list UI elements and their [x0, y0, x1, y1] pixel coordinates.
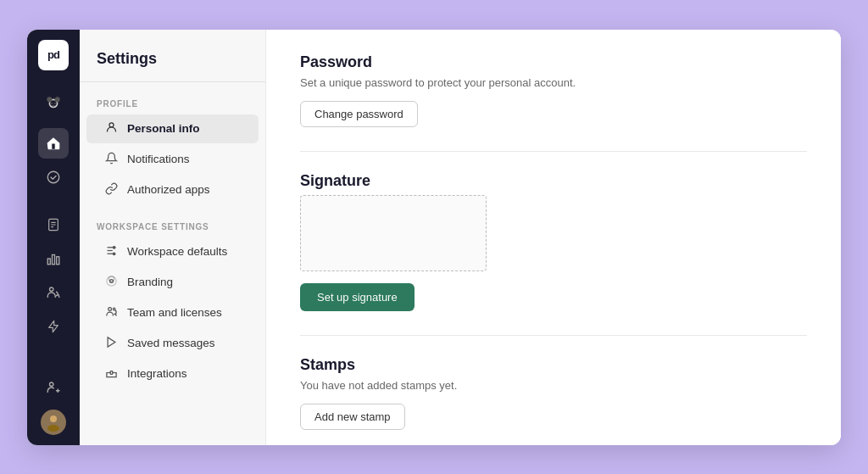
stamps-title: Stamps: [300, 356, 807, 374]
svg-rect-7: [47, 259, 50, 265]
signature-section: Signature Set up signature: [300, 172, 807, 311]
lightning-nav-icon[interactable]: [38, 311, 69, 342]
main-content: Password Set a unique password to protec…: [266, 30, 841, 445]
sidebar-item-notifications[interactable]: Notifications: [86, 145, 259, 174]
svg-point-22: [108, 307, 111, 310]
svg-point-18: [113, 246, 115, 248]
sidebar: Settings PROFILE Personal info Notificat…: [80, 30, 266, 445]
users-nav-icon[interactable]: [38, 277, 69, 308]
setup-signature-button[interactable]: Set up signature: [300, 283, 415, 311]
stamps-section: Stamps You have not added stamps yet. Ad…: [300, 356, 807, 430]
svg-point-2: [55, 98, 59, 102]
svg-marker-24: [108, 337, 115, 346]
profile-section-label: PROFILE: [80, 92, 265, 114]
authorized-apps-icon: [103, 182, 119, 198]
svg-point-11: [50, 382, 54, 387]
app-logo[interactable]: pd: [38, 40, 69, 70]
sidebar-item-authorized-apps[interactable]: Authorized apps: [86, 176, 259, 204]
svg-point-13: [47, 425, 59, 432]
user-avatar[interactable]: [41, 410, 66, 435]
workspace-defaults-label: Workspace defaults: [127, 245, 227, 258]
branding-label: Branding: [127, 276, 173, 288]
personal-info-icon: [103, 121, 119, 137]
sidebar-item-saved-messages[interactable]: Saved messages: [86, 329, 259, 358]
svg-point-19: [113, 253, 115, 255]
document-nav-icon[interactable]: [38, 209, 69, 240]
divider-2: [300, 335, 807, 336]
sidebar-item-personal-info[interactable]: Personal info: [86, 114, 259, 143]
svg-point-14: [109, 122, 114, 126]
sidebar-item-integrations[interactable]: Integrations: [86, 360, 259, 388]
personal-info-label: Personal info: [127, 122, 200, 135]
password-section: Password Set a unique password to protec…: [300, 53, 807, 127]
sidebar-item-workspace-defaults[interactable]: Workspace defaults: [86, 237, 259, 266]
integrations-icon: [103, 366, 119, 382]
svg-point-10: [50, 287, 54, 292]
team-licenses-label: Team and licenses: [127, 306, 222, 319]
icon-bar-bottom: [38, 372, 69, 435]
svg-point-3: [51, 103, 53, 104]
svg-rect-27: [110, 371, 113, 374]
svg-point-1: [47, 98, 52, 102]
panda-icon[interactable]: [38, 87, 69, 118]
workspace-defaults-icon: [103, 244, 119, 259]
password-title: Password: [300, 53, 807, 71]
sidebar-item-team-licenses[interactable]: Team and licenses: [86, 298, 259, 327]
notifications-label: Notifications: [127, 153, 190, 165]
divider-1: [300, 151, 807, 152]
signature-title: Signature: [300, 172, 807, 190]
settings-title: Settings: [80, 50, 265, 81]
svg-rect-8: [53, 254, 55, 264]
saved-messages-icon: [103, 336, 119, 351]
password-description: Set a unique password to protect your pe…: [300, 76, 807, 89]
workspace-section-label: WORKSPACE SETTINGS: [80, 215, 265, 237]
team-licenses-icon: [103, 305, 119, 321]
svg-point-12: [50, 415, 57, 422]
add-stamp-button[interactable]: Add new stamp: [300, 404, 405, 430]
icon-bar: pd: [27, 30, 80, 445]
authorized-apps-label: Authorized apps: [127, 183, 210, 196]
stamps-description: You have not added stamps yet.: [300, 379, 807, 392]
svg-point-4: [54, 103, 56, 104]
branding-icon: [103, 275, 119, 290]
svg-point-5: [47, 171, 59, 183]
sidebar-item-branding[interactable]: Branding: [86, 268, 259, 297]
saved-messages-label: Saved messages: [127, 337, 215, 349]
app-window: pd: [27, 30, 841, 445]
check-nav-icon[interactable]: [38, 162, 69, 192]
signature-box[interactable]: [300, 195, 487, 271]
integrations-label: Integrations: [127, 367, 187, 380]
notifications-icon: [103, 152, 119, 167]
change-password-button[interactable]: Change password: [300, 101, 418, 127]
add-user-icon[interactable]: [38, 372, 69, 403]
chart-nav-icon[interactable]: [38, 243, 69, 274]
svg-rect-9: [57, 256, 59, 264]
home-nav-icon[interactable]: [38, 128, 69, 159]
sidebar-divider-top: [80, 81, 265, 82]
